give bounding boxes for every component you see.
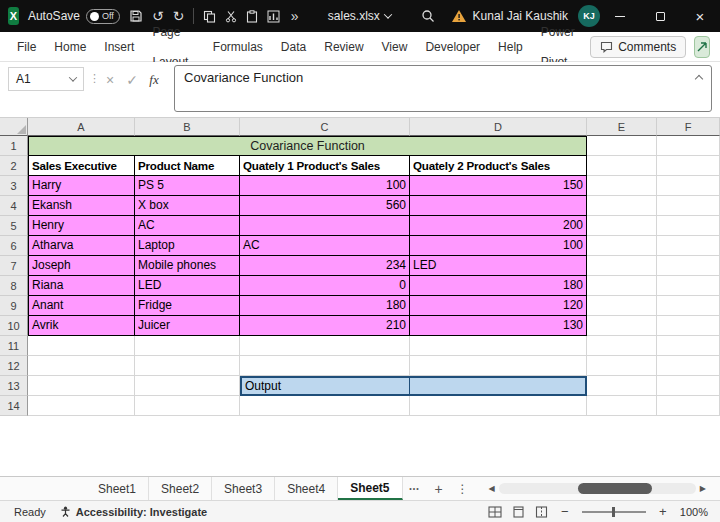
row-header-2[interactable]: 2 [0, 156, 28, 176]
ribbon-tab-view[interactable]: View [373, 32, 417, 62]
zoom-in-button[interactable]: + [656, 504, 670, 519]
cell[interactable] [587, 176, 657, 196]
row-header-9[interactable]: 9 [0, 296, 28, 316]
comments-button[interactable]: Comments [590, 36, 686, 58]
autosave-switch[interactable]: Off [86, 9, 120, 24]
view-page-break-button[interactable] [535, 506, 548, 518]
ribbon-tab-home[interactable]: Home [45, 32, 95, 62]
cell-d4[interactable] [410, 196, 587, 216]
hscroll-track[interactable] [499, 483, 696, 494]
cell[interactable] [587, 236, 657, 256]
ribbon-tab-data[interactable]: Data [272, 32, 315, 62]
cell-c7[interactable]: 234 [240, 256, 410, 276]
cell[interactable] [587, 316, 657, 336]
column-header-a[interactable]: A [28, 118, 135, 136]
cell-a3[interactable]: Harry [28, 176, 135, 196]
row-header-7[interactable]: 7 [0, 256, 28, 276]
cell-b9[interactable]: Fridge [135, 296, 240, 316]
cell[interactable] [657, 136, 720, 156]
row-header-14[interactable]: 14 [0, 396, 28, 416]
cell-b6[interactable]: Laptop [135, 236, 240, 256]
hscroll-right-button[interactable]: ▶ [700, 484, 706, 493]
cell-c13-output[interactable]: Output [240, 376, 410, 396]
ribbon-tab-insert[interactable]: Insert [95, 32, 143, 62]
column-header-e[interactable]: E [587, 118, 657, 136]
cell[interactable] [587, 356, 657, 376]
cell[interactable] [587, 276, 657, 296]
sheet-tab-sheet5[interactable]: Sheet5 [338, 477, 402, 500]
cell[interactable] [587, 396, 657, 416]
cell[interactable] [28, 336, 135, 356]
hscroll-left-button[interactable]: ◀ [489, 484, 495, 493]
cell-c4[interactable]: 560 [240, 196, 410, 216]
cell-a9[interactable]: Anant [28, 296, 135, 316]
hscroll-thumb[interactable] [578, 483, 653, 494]
cell-c10[interactable]: 210 [240, 316, 410, 336]
maximize-button[interactable] [640, 0, 680, 32]
ribbon-tab-file[interactable]: File [8, 32, 45, 62]
cell[interactable] [587, 256, 657, 276]
ribbon-tab-formulas[interactable]: Formulas [204, 32, 272, 62]
column-header-f[interactable]: F [657, 118, 720, 136]
zoom-slider[interactable] [582, 511, 646, 513]
cell[interactable] [410, 396, 587, 416]
cell[interactable] [587, 376, 657, 396]
cut-button[interactable] [225, 6, 237, 26]
window-title[interactable]: sales.xlsx [300, 9, 419, 23]
warning-icon[interactable] [451, 9, 467, 23]
cell-d8[interactable]: 180 [410, 276, 587, 296]
column-header-b[interactable]: B [135, 118, 240, 136]
grid-empty-area[interactable] [0, 416, 720, 476]
cell[interactable] [240, 396, 410, 416]
cell-a8[interactable]: Riana [28, 276, 135, 296]
ribbon-tab-developer[interactable]: Developer [416, 32, 489, 62]
cell[interactable] [28, 356, 135, 376]
cell-a5[interactable]: Henry [28, 216, 135, 236]
cell[interactable] [410, 336, 587, 356]
share-button[interactable] [694, 36, 710, 58]
cell[interactable] [410, 356, 587, 376]
autosave-toggle[interactable]: AutoSave Off [28, 9, 120, 24]
more-commands-button[interactable]: » [289, 6, 300, 26]
cell-b10[interactable]: Juicer [135, 316, 240, 336]
cell[interactable] [657, 336, 720, 356]
cancel-button[interactable]: × [100, 70, 120, 90]
cell[interactable] [657, 376, 720, 396]
row-header-1[interactable]: 1 [0, 136, 28, 156]
zoom-level[interactable]: 100% [680, 506, 708, 518]
cell-c8[interactable]: 0 [240, 276, 410, 296]
cell[interactable] [657, 316, 720, 336]
cell[interactable] [587, 296, 657, 316]
cell-a7[interactable]: Joseph [28, 256, 135, 276]
row-header-4[interactable]: 4 [0, 196, 28, 216]
cell-a2[interactable]: Sales Executive [28, 156, 135, 176]
cell-b5[interactable]: AC [135, 216, 240, 236]
view-normal-button[interactable] [488, 506, 502, 518]
cell[interactable] [28, 396, 135, 416]
cell-a1-merged-title[interactable]: Covariance Function [28, 136, 587, 156]
chart-button[interactable] [267, 6, 280, 26]
formula-input[interactable]: Covariance Function [174, 65, 712, 112]
cell-a10[interactable]: Avrik [28, 316, 135, 336]
search-button[interactable] [419, 6, 437, 26]
minimize-button[interactable] [600, 0, 640, 32]
sheet-tab-sheet4[interactable]: Sheet4 [275, 477, 338, 500]
copy-button[interactable] [203, 6, 216, 26]
row-header-5[interactable]: 5 [0, 216, 28, 236]
row-header-6[interactable]: 6 [0, 236, 28, 256]
cell[interactable] [587, 196, 657, 216]
row-header-11[interactable]: 11 [0, 336, 28, 356]
cell-b4[interactable]: X box [135, 196, 240, 216]
insert-function-button[interactable]: fx [144, 70, 164, 90]
column-header-d[interactable]: D [410, 118, 587, 136]
cell-d5[interactable]: 200 [410, 216, 587, 236]
cell-b8[interactable]: LED [135, 276, 240, 296]
cell-a4[interactable]: Ekansh [28, 196, 135, 216]
cell-d6[interactable]: 100 [410, 236, 587, 256]
row-header-12[interactable]: 12 [0, 356, 28, 376]
row-header-10[interactable]: 10 [0, 316, 28, 336]
cell-b2[interactable]: Product Name [135, 156, 240, 176]
cell[interactable] [240, 356, 410, 376]
cell[interactable] [657, 296, 720, 316]
cell[interactable] [657, 176, 720, 196]
